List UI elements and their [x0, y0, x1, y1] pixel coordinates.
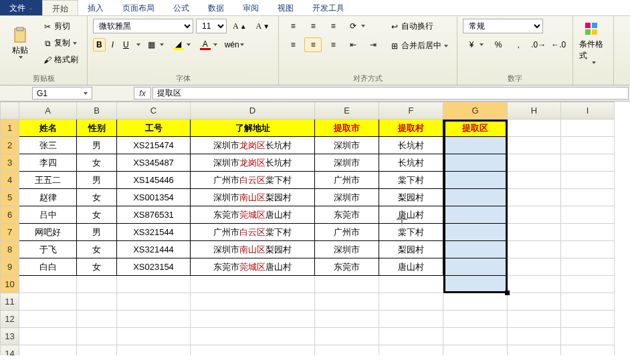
row-header-10[interactable]: 10 [1, 276, 19, 293]
align-center-button[interactable]: ≡ [304, 37, 322, 52]
cell-H11[interactable] [508, 293, 561, 311]
cell-D5[interactable]: 深圳市南山区梨园村 [191, 189, 315, 206]
cell-C5[interactable]: XS001354 [117, 189, 191, 206]
cell-C10[interactable] [117, 276, 191, 293]
cell-I13[interactable] [561, 328, 615, 345]
cell-A4[interactable]: 王五二 [19, 172, 77, 189]
align-middle-button[interactable]: ≡ [304, 19, 322, 33]
cell-H3[interactable] [508, 154, 561, 172]
phonetic-button[interactable]: wén [223, 37, 247, 52]
name-box[interactable]: G1 [32, 87, 92, 100]
cell-A13[interactable] [19, 328, 77, 345]
col-header-A[interactable]: A [19, 102, 77, 120]
cell-A6[interactable]: 吕中 [19, 206, 77, 224]
decrease-decimal-button[interactable]: ←.0 [550, 37, 567, 52]
cell-F13[interactable] [379, 328, 443, 345]
row-header-6[interactable]: 6 [1, 206, 19, 224]
cell-B14[interactable] [77, 345, 117, 356]
tab-insert[interactable]: 插入 [78, 0, 113, 15]
cell-D4[interactable]: 广州市白云区棠下村 [191, 172, 315, 189]
cell-D8[interactable]: 深圳市南山区梨园村 [191, 241, 315, 258]
cell-G10[interactable] [443, 276, 508, 293]
format-painter-button[interactable]: 🖌格式刷 [39, 52, 82, 67]
cell-E3[interactable]: 深圳市 [315, 154, 379, 172]
cell-G9[interactable] [443, 258, 508, 276]
cell-I10[interactable] [561, 276, 615, 293]
cell-G8[interactable] [443, 241, 508, 258]
cell-E2[interactable]: 深圳市 [315, 137, 379, 154]
col-header-E[interactable]: E [315, 102, 379, 120]
percent-button[interactable]: % [490, 37, 507, 52]
col-header-F[interactable]: F [379, 102, 443, 120]
cell-B13[interactable] [77, 328, 117, 345]
cell-E1[interactable]: 提取市 [315, 120, 379, 137]
italic-button[interactable]: I [108, 38, 117, 51]
cell-B8[interactable]: 女 [77, 241, 117, 258]
cell-B6[interactable]: 女 [77, 206, 117, 224]
cell-B12[interactable] [77, 311, 117, 328]
cell-E7[interactable]: 广州市 [315, 224, 379, 241]
col-header-H[interactable]: H [508, 102, 561, 120]
cell-G4[interactable] [443, 172, 508, 189]
cell-A10[interactable] [19, 276, 77, 293]
cell-E14[interactable] [315, 345, 379, 356]
tab-file[interactable]: 文件 [0, 0, 42, 15]
cell-D13[interactable] [191, 328, 315, 345]
cell-H10[interactable] [508, 276, 561, 293]
row-header-11[interactable]: 11 [1, 293, 19, 311]
cell-E11[interactable] [315, 293, 379, 311]
increase-font-button[interactable]: A▲ [229, 19, 250, 33]
cell-I6[interactable] [561, 206, 615, 224]
row-header-2[interactable]: 2 [1, 137, 19, 154]
fx-label[interactable]: fx [134, 87, 151, 100]
cell-C9[interactable]: XS023154 [117, 258, 191, 276]
cell-I7[interactable] [561, 224, 615, 241]
cell-D3[interactable]: 深圳市龙岗区长坑村 [191, 154, 315, 172]
row-header-5[interactable]: 5 [1, 189, 19, 206]
cell-G7[interactable] [443, 224, 508, 241]
cell-B9[interactable]: 女 [77, 258, 117, 276]
wrap-text-button[interactable]: ↩自动换行 [386, 19, 451, 34]
cell-H7[interactable] [508, 224, 561, 241]
row-header-4[interactable]: 4 [1, 172, 19, 189]
cell-I11[interactable] [561, 293, 615, 311]
cell-G1[interactable]: 提取区 [443, 120, 508, 137]
tab-formulas[interactable]: 公式 [164, 0, 199, 15]
cell-H5[interactable] [508, 189, 561, 206]
cell-E13[interactable] [315, 328, 379, 345]
cell-F5[interactable]: 梨园村 [379, 189, 443, 206]
row-header-9[interactable]: 9 [1, 258, 19, 276]
row-header-8[interactable]: 8 [1, 241, 19, 258]
row-header-3[interactable]: 3 [1, 154, 19, 172]
cell-D1[interactable]: 了解地址 [191, 120, 315, 137]
cell-I4[interactable] [561, 172, 615, 189]
grid[interactable]: ABCDEFGHI1姓名性别工号了解地址提取市提取村提取区2张三男XS21547… [0, 102, 630, 355]
cell-C1[interactable]: 工号 [117, 120, 191, 137]
cell-G5[interactable] [443, 189, 508, 206]
cell-A11[interactable] [19, 293, 77, 311]
cell-C8[interactable]: XS321444 [117, 241, 191, 258]
fill-color-button[interactable]: ◢ [170, 37, 194, 52]
cell-D7[interactable]: 广州市白云区棠下村 [191, 224, 315, 241]
cell-F7[interactable]: 棠下村 [379, 224, 443, 241]
cell-A12[interactable] [19, 311, 77, 328]
font-family-select[interactable]: 微软雅黑 [93, 19, 193, 33]
merge-center-button[interactable]: ⊞合并后居中 [386, 38, 451, 53]
cell-H13[interactable] [508, 328, 561, 345]
cell-G14[interactable] [443, 345, 508, 356]
fill-handle[interactable] [505, 291, 510, 295]
tab-data[interactable]: 数据 [199, 0, 233, 15]
cell-E10[interactable] [315, 276, 379, 293]
cell-D2[interactable]: 深圳市龙岗区长坑村 [191, 137, 315, 154]
cell-H2[interactable] [508, 137, 561, 154]
decrease-indent-button[interactable]: ⇤ [344, 37, 362, 52]
cell-G13[interactable] [443, 328, 508, 345]
cell-G3[interactable] [443, 154, 508, 172]
cell-F3[interactable]: 长坑村 [379, 154, 443, 172]
cell-H1[interactable] [508, 120, 561, 137]
decrease-font-button[interactable]: A▼ [253, 19, 274, 33]
cell-A7[interactable]: 网吧好 [19, 224, 77, 241]
row-header-1[interactable]: 1 [1, 120, 19, 137]
cell-F10[interactable] [379, 276, 443, 293]
cell-A9[interactable]: 白白 [19, 258, 77, 276]
